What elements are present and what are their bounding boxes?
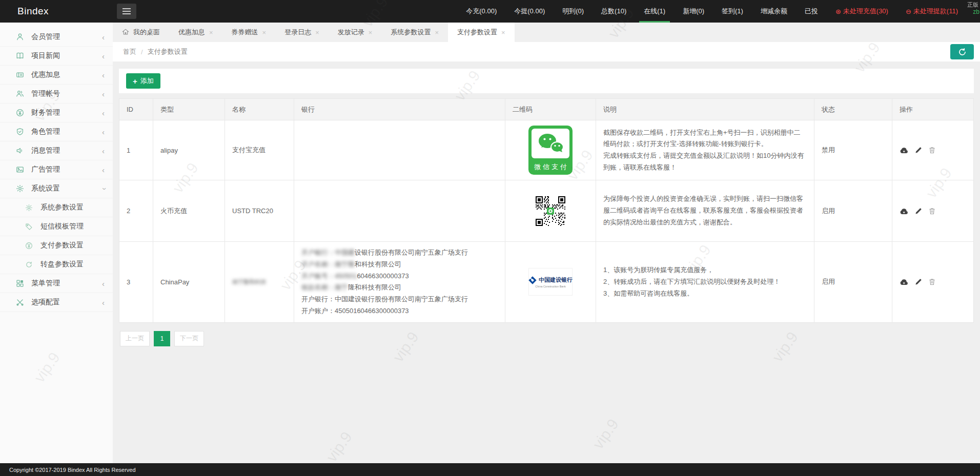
cell-id: 3 [119,242,153,323]
qr-code-image [536,196,565,226]
refresh-button[interactable] [950,44,974,59]
cell-status: 启用 [814,242,892,323]
tab-issue-records[interactable]: 发放记录 × [329,23,382,42]
tab-my-desktop[interactable]: 我的桌面 [113,23,169,42]
sidebar-item-promo-interest[interactable]: 优惠加息‹ [0,66,113,85]
cloud-upload-icon[interactable] [900,208,908,215]
breadcrumb-home-link[interactable]: 首页 [123,47,136,56]
cell-qrcode [505,180,596,242]
cell-id: 2 [119,180,153,242]
sidebar-item-admin-accounts[interactable]: 管理帐号‹ [0,85,113,104]
header-id: ID [119,99,153,120]
wechat-pay-logo: 微信支付 [528,126,573,175]
users-icon [15,90,24,98]
table-row: 2 火币充值 USTD TRC20 [119,180,974,242]
tools-icon [15,298,24,307]
sidebar-item-payment-params[interactable]: 支付参数设置 [0,236,113,255]
pagination-prev-button[interactable]: 上一页 [120,331,150,346]
tab-bar: 我的桌面 优惠加息 × 券券赠送 × 登录日志 × 发放记录 × 系统参数设置 … [113,23,980,42]
cloud-upload-icon[interactable] [900,147,908,154]
sidebar-item-roles[interactable]: 角色管理‹ [0,122,113,141]
gear-icon [15,184,24,193]
cell-status: 启用 [814,180,892,242]
close-icon[interactable]: × [209,29,213,36]
tab-promo-interest[interactable]: 优惠加息 × [169,23,222,42]
topbar-stats: 今充(0.00) 今提(0.00) 明到(0) 总数(10) 在线(1) 新增(… [457,0,980,23]
sidebar-item-finance[interactable]: 财务管理‹ [0,104,113,122]
pagination-next-button[interactable]: 下一页 [174,331,204,346]
edit-icon[interactable] [915,208,922,215]
delete-icon[interactable] [929,208,935,215]
stat-pending-deposits[interactable]: ⊛ 未处理充值(30) [827,0,897,23]
cell-bank [294,120,505,180]
ccb-name-en: China Construction Bank [535,285,566,287]
chevron-left-icon: ‹ [102,147,105,155]
cell-description: 截图保存收款二维码，打开支付宝右上角+号扫一扫，识别相册中二维码付款；或打开支付… [596,120,814,180]
tab-coupon-gift[interactable]: 券券赠送 × [222,23,276,42]
cell-bank [294,180,505,242]
edit-icon[interactable] [915,147,922,154]
pagination-page-1[interactable]: 1 [154,331,170,346]
stat-online[interactable]: 在线(1) [635,0,674,23]
stat-adjust-balance[interactable]: 增减余额 [752,0,796,23]
sidebar-item-wheel-params[interactable]: 转盘参数设置 [0,255,113,274]
tab-payment-params[interactable]: 支付参数设置 × [448,23,515,42]
add-button[interactable]: + 添加 [126,73,160,89]
sidebar-item-sms-templates[interactable]: 短信模板管理 [0,217,113,236]
sidebar-item-ads[interactable]: 广告管理‹ [0,160,113,179]
stat-total[interactable]: 总数(10) [593,0,635,23]
stat-today-withdraw[interactable]: 今提(0.00) [505,0,554,23]
close-icon[interactable]: × [435,29,439,36]
sidebar-item-menu-management[interactable]: 菜单管理‹ [0,274,113,293]
table-row: 1 alipay 支付宝充值 [119,120,974,180]
breadcrumb-current: 支付参数设置 [148,47,188,56]
tab-system-params[interactable]: 系统参数设置 × [381,23,448,42]
header-type: 类型 [153,99,225,120]
rotate-icon [25,260,33,269]
sidebar-item-option-config[interactable]: 选项配置‹ [0,293,113,312]
stat-signin[interactable]: 签到(1) [713,0,752,23]
delete-icon[interactable] [929,147,935,154]
yen-circle-icon [15,109,24,117]
stat-pending-withdrawals[interactable]: ⊖ 未处理提款(11) [897,0,967,23]
cell-name: 支付宝充值 [225,120,294,180]
delete-icon[interactable] [929,278,935,285]
sidebar-toggle-button[interactable] [117,4,136,19]
close-icon[interactable]: × [501,29,505,36]
header-name: 名称 [225,99,294,120]
grid-icon [15,279,24,288]
corner-watermark: 正版 [967,1,978,9]
sidebar-item-system-settings[interactable]: 系统设置‹ [0,179,113,198]
cell-type: 火币充值 [153,180,225,242]
plus-icon: + [133,77,137,86]
stat-invested[interactable]: 已投 [796,0,827,23]
cell-type: alipay [153,120,225,180]
cell-name: USTD TRC20 [225,180,294,242]
content-area: + 添加 ID 类型 名称 银行 二维码 说明 [113,61,980,463]
sidebar: 会员管理‹ 项目新闻‹ 优惠加息‹ 管理帐号‹ 财务管理‹ 角色管理‹ 消息管理… [0,23,113,463]
top-navbar: Bindex 今充(0.00) 今提(0.00) 明到(0) 总数(10) 在线… [0,0,980,23]
yen-circle-icon [25,241,33,250]
close-icon[interactable]: × [369,29,373,36]
close-icon[interactable]: × [315,29,319,36]
refresh-icon [958,48,967,56]
chevron-left-icon: ‹ [102,71,105,79]
cloud-upload-icon[interactable] [900,278,908,285]
chevron-left-icon: ‹ [102,280,105,287]
stat-new[interactable]: 新增(0) [674,0,713,23]
cell-description: 为保障每个投资人的投资资金准确无误，实时到账，请扫一扫微信客服二维码或者咨询平台… [596,180,814,242]
stat-today-deposit[interactable]: 今充(0.00) [457,0,505,23]
sidebar-item-project-news[interactable]: 项目新闻‹ [0,47,113,66]
close-icon[interactable]: × [262,29,267,36]
sidebar-item-members[interactable]: 会员管理‹ [0,28,113,47]
sidebar-item-system-params[interactable]: 系统参数设置 [0,198,113,217]
wechat-bubbles-icon [532,129,569,158]
edit-icon[interactable] [915,278,922,285]
chevron-left-icon: ‹ [102,299,105,306]
cell-name: 南宁隆和科技 [225,242,294,323]
speaker-icon [15,147,24,155]
tag-icon [25,222,33,231]
tab-login-log[interactable]: 登录日志 × [275,23,329,42]
stat-due-tomorrow[interactable]: 明到(0) [554,0,593,23]
sidebar-item-messages[interactable]: 消息管理‹ [0,141,113,160]
